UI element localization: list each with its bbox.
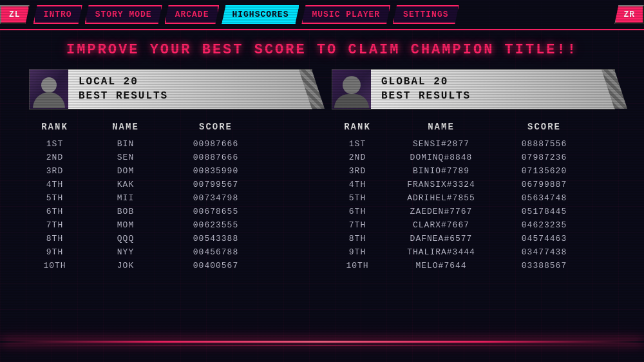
tab-intro[interactable]: iNtRo bbox=[33, 5, 82, 24]
nav-bar: ZL iNtRo STORY MODE ARCADE HIGHSCORES MU… bbox=[0, 0, 644, 30]
tab-music[interactable]: MUSIC PLAYER bbox=[301, 5, 390, 24]
global-avatar bbox=[332, 70, 371, 108]
tab-arcade[interactable]: ARCADE bbox=[165, 5, 220, 24]
zl-button[interactable]: ZL bbox=[0, 5, 30, 24]
global-title-line1: GLOBAL 20 bbox=[381, 75, 604, 89]
global-title-line2: BEST RESULTS bbox=[381, 89, 604, 103]
local-title-line1: LOCAL 20 bbox=[79, 75, 301, 89]
global-title-block: GLOBAL 20 BEST RESULTS bbox=[371, 70, 614, 109]
global-header: GLOBAL 20 BEST RESULTS bbox=[332, 69, 615, 110]
tab-story[interactable]: STORY MODE bbox=[85, 5, 162, 24]
bottom-glow-line bbox=[0, 341, 644, 343]
tab-settings[interactable]: SETTINGS bbox=[393, 5, 459, 24]
local-header: LOCAL 20 BEST RESULTS bbox=[29, 69, 312, 110]
local-avatar bbox=[30, 70, 68, 108]
tab-highscores[interactable]: HIGHSCORES bbox=[222, 5, 299, 24]
local-title-line2: BEST RESULTS bbox=[79, 89, 301, 103]
local-title-block: LOCAL 20 BEST RESULTS bbox=[68, 70, 312, 109]
zr-button[interactable]: ZR bbox=[614, 5, 644, 24]
bottom-glow-secondary bbox=[32, 345, 612, 346]
